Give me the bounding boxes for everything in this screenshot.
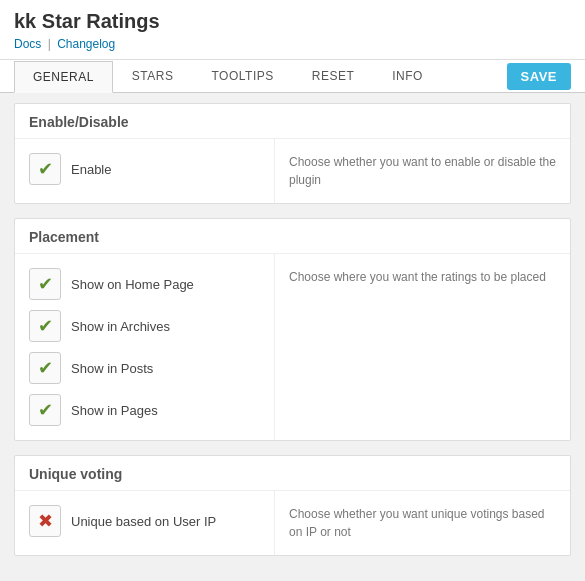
show-posts-label: Show in Posts bbox=[71, 361, 153, 376]
show-posts-checkbox[interactable]: ✔ bbox=[29, 352, 61, 384]
link-separator: | bbox=[48, 37, 54, 51]
checkmark-icon: ✔ bbox=[38, 160, 53, 178]
save-button[interactable]: SAVE bbox=[507, 63, 571, 90]
enable-label: Enable bbox=[71, 162, 111, 177]
enable-disable-title: Enable/Disable bbox=[15, 104, 570, 139]
tab-tooltips[interactable]: TOOLTIPS bbox=[192, 60, 292, 92]
show-posts-row: ✔ Show in Posts bbox=[29, 352, 260, 384]
checkmark-icon: ✔ bbox=[38, 401, 53, 419]
enable-disable-help: Choose whether you want to enable or dis… bbox=[275, 139, 570, 203]
enable-disable-body: ✔ Enable Choose whether you want to enab… bbox=[15, 139, 570, 203]
show-home-checkbox[interactable]: ✔ bbox=[29, 268, 61, 300]
unique-voting-title: Unique voting bbox=[15, 456, 570, 491]
tab-stars[interactable]: STARS bbox=[113, 60, 193, 92]
x-icon: ✖ bbox=[38, 512, 53, 530]
placement-left: ✔ Show on Home Page ✔ Show in Archives ✔ bbox=[15, 254, 275, 440]
unique-voting-section: Unique voting ✖ Unique based on User IP … bbox=[14, 455, 571, 556]
docs-link[interactable]: Docs bbox=[14, 37, 41, 51]
unique-voting-help: Choose whether you want unique votings b… bbox=[275, 491, 570, 555]
unique-ip-row: ✖ Unique based on User IP bbox=[29, 505, 260, 537]
header-links: Docs | Changelog bbox=[14, 37, 571, 51]
page-wrapper: kk Star Ratings Docs | Changelog GENERAL… bbox=[0, 0, 585, 580]
tabs-bar: GENERAL STARS TOOLTIPS RESET INFO SAVE bbox=[0, 60, 585, 93]
enable-row: ✔ Enable bbox=[29, 153, 260, 185]
show-home-row: ✔ Show on Home Page bbox=[29, 268, 260, 300]
tab-reset[interactable]: RESET bbox=[293, 60, 374, 92]
show-archives-checkbox[interactable]: ✔ bbox=[29, 310, 61, 342]
checkmark-icon: ✔ bbox=[38, 317, 53, 335]
tab-general[interactable]: GENERAL bbox=[14, 61, 113, 93]
unique-ip-checkbox[interactable]: ✖ bbox=[29, 505, 61, 537]
show-pages-checkbox[interactable]: ✔ bbox=[29, 394, 61, 426]
enable-disable-left: ✔ Enable bbox=[15, 139, 275, 203]
checkmark-icon: ✔ bbox=[38, 275, 53, 293]
show-home-label: Show on Home Page bbox=[71, 277, 194, 292]
placement-section: Placement ✔ Show on Home Page ✔ Show in … bbox=[14, 218, 571, 441]
placement-body: ✔ Show on Home Page ✔ Show in Archives ✔ bbox=[15, 254, 570, 440]
show-archives-row: ✔ Show in Archives bbox=[29, 310, 260, 342]
tab-info[interactable]: INFO bbox=[373, 60, 442, 92]
enable-checkbox[interactable]: ✔ bbox=[29, 153, 61, 185]
show-archives-label: Show in Archives bbox=[71, 319, 170, 334]
changelog-link[interactable]: Changelog bbox=[57, 37, 115, 51]
unique-voting-body: ✖ Unique based on User IP Choose whether… bbox=[15, 491, 570, 555]
unique-ip-label: Unique based on User IP bbox=[71, 514, 216, 529]
placement-title: Placement bbox=[15, 219, 570, 254]
app-title: kk Star Ratings bbox=[14, 10, 571, 33]
content-area: Enable/Disable ✔ Enable Choose whether y… bbox=[0, 93, 585, 580]
tabs-container: GENERAL STARS TOOLTIPS RESET INFO bbox=[14, 60, 507, 92]
placement-help: Choose where you want the ratings to be … bbox=[275, 254, 570, 440]
show-pages-row: ✔ Show in Pages bbox=[29, 394, 260, 426]
show-pages-label: Show in Pages bbox=[71, 403, 158, 418]
unique-voting-left: ✖ Unique based on User IP bbox=[15, 491, 275, 555]
header: kk Star Ratings Docs | Changelog bbox=[0, 0, 585, 60]
enable-disable-section: Enable/Disable ✔ Enable Choose whether y… bbox=[14, 103, 571, 204]
checkmark-icon: ✔ bbox=[38, 359, 53, 377]
